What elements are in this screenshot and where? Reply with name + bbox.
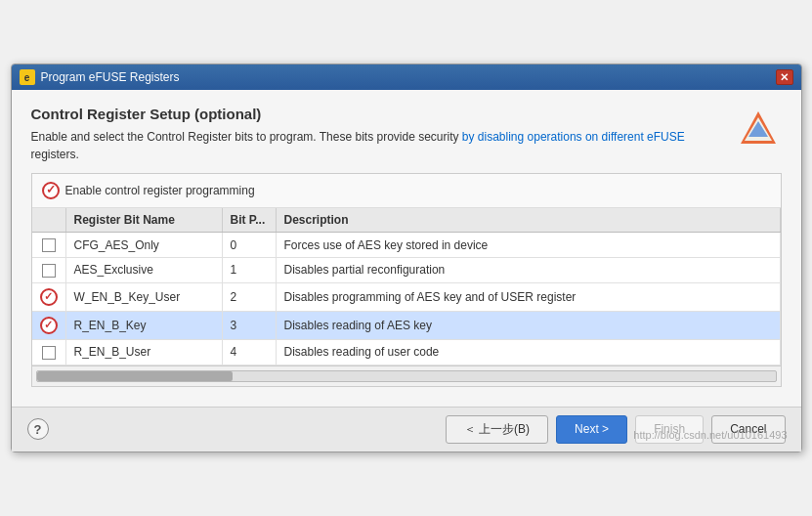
content-area: Control Register Setup (optional) Enable… — [12, 90, 801, 406]
register-table: Register Bit Name Bit P... Description C… — [32, 208, 781, 365]
help-button[interactable]: ? — [27, 418, 49, 440]
row-name: R_EN_B_Key — [65, 311, 222, 339]
row-desc: Forces use of AES key stored in device — [276, 233, 780, 258]
section-description: Enable and select the Control Register b… — [31, 128, 735, 163]
table-area[interactable]: Register Bit Name Bit P... Description C… — [32, 208, 781, 365]
table-header: Register Bit Name Bit P... Description — [32, 208, 781, 233]
row-name: AES_Exclusive — [65, 258, 222, 283]
table-row[interactable]: CFG_AES_Only0Forces use of AES key store… — [32, 233, 781, 258]
row-checkbox-cell[interactable] — [32, 339, 66, 365]
row-checkbox-checked[interactable] — [40, 317, 58, 334]
row-name: CFG_AES_Only — [65, 233, 222, 258]
footer-left: ? — [27, 418, 49, 440]
row-checkbox-checked[interactable] — [40, 288, 58, 306]
row-checkbox-cell[interactable] — [32, 311, 66, 339]
row-desc: Disables reading of AES key — [276, 311, 780, 339]
table-row[interactable]: AES_Exclusive1Disables partial reconfigu… — [32, 258, 781, 283]
row-desc: Disables partial reconfiguration — [276, 258, 780, 283]
row-checkbox-cell[interactable] — [32, 258, 66, 283]
close-button[interactable]: ✕ — [776, 69, 793, 85]
title-bar: e Program eFUSE Registers ✕ — [12, 64, 801, 90]
horizontal-scrollbar[interactable] — [36, 370, 777, 382]
title-bar-left: e Program eFUSE Registers — [20, 69, 180, 85]
main-panel: Enable control register programming Regi… — [31, 173, 782, 386]
header-text: Control Register Setup (optional) Enable… — [31, 106, 735, 163]
enable-row[interactable]: Enable control register programming — [32, 174, 781, 208]
section-title: Control Register Setup (optional) — [31, 106, 735, 122]
table-row[interactable]: R_EN_B_User4Disables reading of user cod… — [32, 339, 781, 365]
row-checkbox-cell[interactable] — [32, 233, 66, 258]
logo-icon — [739, 109, 778, 149]
enable-checkbox[interactable] — [42, 182, 60, 199]
header-section: Control Register Setup (optional) Enable… — [31, 106, 782, 163]
col-desc: Description — [276, 208, 780, 233]
watermark: http://blog.csdn.net/u010161493 — [633, 429, 787, 441]
scrollbar-thumb[interactable] — [37, 371, 233, 381]
row-checkbox-unchecked[interactable] — [42, 264, 56, 278]
table-body: CFG_AES_Only0Forces use of AES key store… — [32, 233, 781, 365]
row-bit: 2 — [222, 282, 276, 311]
row-checkbox-unchecked[interactable] — [42, 346, 56, 360]
row-checkbox-unchecked[interactable] — [42, 238, 56, 252]
table-row[interactable]: R_EN_B_Key3Disables reading of AES key — [32, 311, 781, 339]
back-button[interactable]: ＜ 上一步(B) — [446, 415, 548, 444]
col-name: Register Bit Name — [65, 208, 222, 233]
main-window: e Program eFUSE Registers ✕ Control Regi… — [11, 64, 802, 452]
scrollbar-area — [32, 366, 781, 386]
next-button[interactable]: Next > — [556, 415, 627, 444]
window-title: Program eFUSE Registers — [41, 70, 180, 84]
highlight-text: by disabling operations on different eFU… — [462, 130, 685, 144]
row-bit: 0 — [222, 233, 276, 258]
col-check — [32, 208, 66, 233]
row-bit: 1 — [222, 258, 276, 283]
table-row[interactable]: W_EN_B_Key_User2Disables programming of … — [32, 282, 781, 311]
enable-label: Enable control register programming — [65, 184, 255, 197]
window-icon: e — [20, 69, 35, 85]
row-name: W_EN_B_Key_User — [65, 282, 222, 311]
row-bit: 3 — [222, 311, 276, 339]
row-desc: Disables reading of user code — [276, 339, 780, 365]
row-bit: 4 — [222, 339, 276, 365]
header-row: Register Bit Name Bit P... Description — [32, 208, 781, 233]
row-checkbox-cell[interactable] — [32, 282, 66, 311]
logo-area — [735, 106, 782, 152]
row-name: R_EN_B_User — [65, 339, 222, 365]
row-desc: Disables programming of AES key and of U… — [276, 282, 780, 311]
col-bit: Bit P... — [222, 208, 276, 233]
